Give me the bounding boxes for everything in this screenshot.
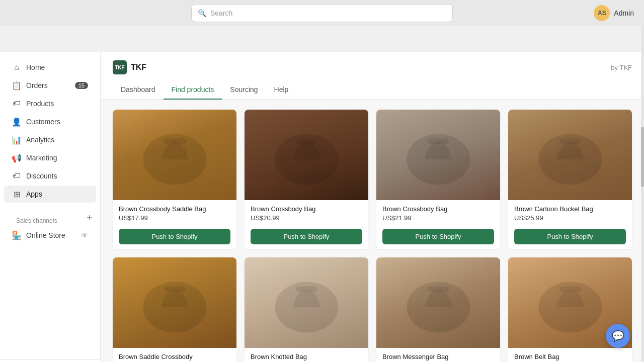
online-store-label: Online Store <box>26 231 65 239</box>
product-name: Brown Knotted Bag <box>251 353 362 360</box>
app-layout: ⌂ Home 📋 Orders 15 🏷 Products 👤 Customer… <box>0 52 644 362</box>
search-bar[interactable]: 🔍 Search <box>191 4 453 22</box>
product-name: Brown Belt Bag <box>514 353 626 360</box>
sidebar-item-products[interactable]: 🏷 Products <box>4 95 96 112</box>
svg-rect-9 <box>164 287 185 292</box>
product-info: Brown Knotted BagUS$22.99Push to Shopify <box>245 348 368 362</box>
online-store-icon: 🏪 <box>12 231 21 240</box>
customers-icon: 👤 <box>12 117 21 126</box>
marketing-icon: 📢 <box>12 153 21 162</box>
push-to-shopify-button[interactable]: Push to Shopify <box>514 229 626 244</box>
app-logo: TKF <box>113 60 127 74</box>
product-price: US$21.99 <box>382 214 494 222</box>
search-icon: 🔍 <box>198 9 206 17</box>
sales-channels-label: Sales channels <box>8 209 65 226</box>
sidebar-item-analytics[interactable]: 📊 Analytics <box>4 131 96 148</box>
app-name: TKF <box>131 63 146 72</box>
sidebar-item-orders[interactable]: 📋 Orders 15 <box>4 77 96 94</box>
admin-name: Admin <box>614 9 634 17</box>
orders-icon: 📋 <box>12 81 21 90</box>
apps-icon: ⊞ <box>12 190 21 199</box>
product-image <box>245 110 368 200</box>
sidebar-item-customers[interactable]: 👤 Customers <box>4 113 96 130</box>
sidebar-label-analytics: Analytics <box>26 136 54 144</box>
sidebar-item-home[interactable]: ⌂ Home <box>4 59 96 76</box>
sidebar-label-discounts: Discounts <box>26 172 57 180</box>
tab-dashboard[interactable]: Dashboard <box>113 80 164 100</box>
product-info: Brown Cartoon Bucket BagUS$25.99Push to … <box>508 200 632 249</box>
app-header: TKF TKF by TKF Dashboard Find products S… <box>101 52 644 100</box>
app-title-row: TKF TKF by TKF <box>113 60 632 74</box>
product-name: Brown Messenger Bag <box>382 353 494 360</box>
app-title: TKF TKF <box>113 60 146 74</box>
push-to-shopify-button[interactable]: Push to Shopify <box>119 229 230 244</box>
sidebar-label-apps: Apps <box>26 190 42 198</box>
discounts-icon: 🏷 <box>12 171 21 180</box>
settings-section: ⚙ Settings <box>0 359 100 362</box>
sidebar-item-discounts[interactable]: 🏷 Discounts <box>4 167 96 185</box>
product-price: US$20.99 <box>251 214 362 222</box>
analytics-icon: 📊 <box>12 135 21 144</box>
sidebar-label-customers: Customers <box>26 118 60 126</box>
product-image <box>376 257 500 348</box>
sidebar-label-marketing: Marketing <box>26 154 57 162</box>
scrollbar[interactable] <box>641 26 644 362</box>
product-card: Brown Crossbody BagUS$21.99Push to Shopi… <box>376 110 500 249</box>
products-area: Brown Crossbody Saddle BagUS$17.99Push t… <box>101 100 644 362</box>
home-icon: ⌂ <box>12 63 21 72</box>
sidebar-label-home: Home <box>26 63 45 71</box>
product-price: US$25.99 <box>514 214 626 222</box>
sales-channels-section: Sales channels + <box>0 209 100 226</box>
tab-find-products[interactable]: Find products <box>164 80 222 100</box>
product-name: Brown Cartoon Bucket Bag <box>514 205 626 213</box>
sidebar-item-online-store[interactable]: 🏪 Online Store 👁 <box>4 227 96 244</box>
sidebar: ⌂ Home 📋 Orders 15 🏷 Products 👤 Customer… <box>0 52 101 362</box>
product-name: Brown Crossbody Bag <box>251 205 362 213</box>
product-name: Brown Crossbody Saddle Bag <box>119 205 230 213</box>
sidebar-label-products: Products <box>26 100 54 108</box>
product-card: Brown Knotted BagUS$22.99Push to Shopify <box>245 257 368 362</box>
svg-rect-13 <box>427 287 449 292</box>
svg-rect-7 <box>559 139 581 144</box>
product-card: Brown Cartoon Bucket BagUS$25.99Push to … <box>508 110 632 249</box>
product-name: Brown Crossbody Bag <box>382 205 494 213</box>
product-image <box>376 110 500 200</box>
product-info: Brown Saddle CrossbodyUS$18.99Push to Sh… <box>113 348 236 362</box>
sidebar-item-marketing[interactable]: 📢 Marketing <box>4 149 96 166</box>
product-image <box>113 110 236 200</box>
chat-button[interactable]: 💬 <box>606 324 630 348</box>
product-image <box>245 257 368 348</box>
product-info: Brown Belt BagUS$23.99Push to Shopify <box>508 348 632 362</box>
search-placeholder: Search <box>210 9 232 17</box>
top-bar: 🔍 Search AS Admin <box>0 0 644 26</box>
tab-sourcing[interactable]: Sourcing <box>222 80 266 100</box>
tab-help[interactable]: Help <box>266 80 297 100</box>
product-card: Brown Crossbody BagUS$20.99Push to Shopi… <box>245 110 368 249</box>
product-info: Brown Crossbody BagUS$21.99Push to Shopi… <box>376 200 500 249</box>
chat-icon: 💬 <box>612 330 624 342</box>
scrollbar-thumb[interactable] <box>641 127 644 187</box>
svg-rect-1 <box>164 139 185 144</box>
products-grid: Brown Crossbody Saddle BagUS$17.99Push t… <box>113 110 632 362</box>
tabs: Dashboard Find products Sourcing Help <box>113 80 632 99</box>
push-to-shopify-button[interactable]: Push to Shopify <box>382 229 494 244</box>
online-store-view-icon[interactable]: 👁 <box>81 231 88 239</box>
product-info: Brown Crossbody BagUS$20.99Push to Shopi… <box>245 200 368 249</box>
product-price: US$17.99 <box>119 214 230 222</box>
app-by: by TKF <box>611 64 632 71</box>
product-card: Brown Messenger BagUS$19.99Push to Shopi… <box>376 257 500 362</box>
product-info: Brown Crossbody Saddle BagUS$17.99Push t… <box>113 200 236 249</box>
push-to-shopify-button[interactable]: Push to Shopify <box>251 229 362 244</box>
orders-badge: 15 <box>75 82 88 89</box>
sidebar-label-orders: Orders <box>26 81 48 89</box>
product-card: Brown Crossbody Saddle BagUS$17.99Push t… <box>113 110 236 249</box>
svg-rect-3 <box>295 139 317 144</box>
product-name: Brown Saddle Crossbody <box>119 353 230 360</box>
svg-rect-15 <box>559 287 581 292</box>
product-info: Brown Messenger BagUS$19.99Push to Shopi… <box>376 348 500 362</box>
add-sales-channel-button[interactable]: + <box>87 213 92 222</box>
avatar: AS <box>594 5 610 21</box>
admin-area: AS Admin <box>594 5 634 21</box>
sidebar-item-apps[interactable]: ⊞ Apps <box>4 186 96 203</box>
product-image <box>508 110 632 200</box>
